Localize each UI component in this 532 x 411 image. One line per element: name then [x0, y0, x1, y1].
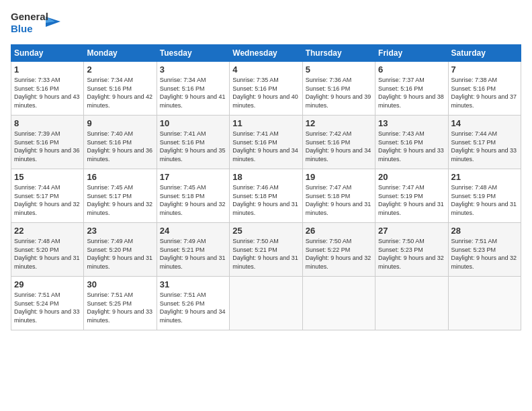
- day-info: Sunrise: 7:42 AMSunset: 5:16 PMDaylight:…: [306, 130, 371, 163]
- day-info: Sunrise: 7:48 AMSunset: 5:20 PMDaylight:…: [14, 238, 80, 270]
- logo: General Blue: [11, 11, 60, 38]
- day-info: Sunrise: 7:49 AMSunset: 5:20 PMDaylight:…: [87, 238, 152, 270]
- day-number: 26: [306, 226, 372, 236]
- day-number: 2: [87, 64, 153, 75]
- day-number: 10: [160, 118, 226, 128]
- day-number: 3: [160, 64, 226, 75]
- calendar-cell: 17Sunrise: 7:45 AMSunset: 5:18 PMDayligh…: [157, 169, 229, 223]
- calendar-cell: 9Sunrise: 7:40 AMSunset: 5:16 PMDaylight…: [84, 116, 157, 169]
- calendar-cell: 5Sunrise: 7:36 AMSunset: 5:16 PMDaylight…: [302, 62, 375, 116]
- day-info: Sunrise: 7:51 AMSunset: 5:26 PMDaylight:…: [160, 291, 226, 324]
- day-number: 1: [14, 64, 81, 75]
- day-number: 19: [306, 172, 372, 182]
- day-info: Sunrise: 7:37 AMSunset: 5:16 PMDaylight:…: [378, 77, 444, 109]
- day-number: 16: [87, 172, 153, 182]
- calendar-cell: 19Sunrise: 7:47 AMSunset: 5:18 PMDayligh…: [302, 169, 375, 223]
- day-info: Sunrise: 7:36 AMSunset: 5:16 PMDaylight:…: [306, 77, 371, 109]
- calendar-week-4: 22Sunrise: 7:48 AMSunset: 5:20 PMDayligh…: [11, 223, 521, 277]
- calendar-cell: 16Sunrise: 7:45 AMSunset: 5:17 PMDayligh…: [84, 169, 157, 223]
- day-number: 12: [306, 118, 372, 128]
- calendar-cell: [302, 277, 375, 330]
- day-info: Sunrise: 7:47 AMSunset: 5:18 PMDaylight:…: [306, 184, 371, 216]
- calendar-cell: 2Sunrise: 7:34 AMSunset: 5:16 PMDaylight…: [84, 62, 157, 116]
- day-info: Sunrise: 7:50 AMSunset: 5:23 PMDaylight:…: [378, 238, 444, 270]
- day-number: 6: [378, 64, 445, 75]
- day-info: Sunrise: 7:41 AMSunset: 5:16 PMDaylight:…: [232, 130, 298, 163]
- calendar-cell: 20Sunrise: 7:47 AMSunset: 5:19 PMDayligh…: [375, 169, 448, 223]
- calendar-week-1: 1Sunrise: 7:33 AMSunset: 5:16 PMDaylight…: [11, 62, 521, 116]
- day-number: 25: [232, 226, 299, 236]
- weekday-header-wednesday: Wednesday: [230, 45, 302, 62]
- day-info: Sunrise: 7:43 AMSunset: 5:16 PMDaylight:…: [378, 130, 444, 163]
- calendar-cell: 7Sunrise: 7:38 AMSunset: 5:16 PMDaylight…: [448, 62, 521, 116]
- day-number: 17: [160, 172, 226, 182]
- calendar-week-5: 29Sunrise: 7:51 AMSunset: 5:24 PMDayligh…: [11, 277, 521, 330]
- day-info: Sunrise: 7:48 AMSunset: 5:19 PMDaylight:…: [451, 184, 517, 216]
- day-info: Sunrise: 7:45 AMSunset: 5:18 PMDaylight:…: [160, 184, 226, 216]
- day-number: 11: [232, 118, 299, 128]
- calendar-cell: 24Sunrise: 7:49 AMSunset: 5:21 PMDayligh…: [157, 223, 229, 277]
- day-number: 23: [87, 226, 153, 236]
- day-info: Sunrise: 7:50 AMSunset: 5:22 PMDaylight:…: [306, 238, 371, 270]
- calendar-cell: [448, 277, 521, 330]
- day-number: 21: [451, 172, 518, 182]
- weekday-header-thursday: Thursday: [302, 45, 375, 62]
- calendar-cell: [230, 277, 302, 330]
- day-number: 29: [14, 279, 81, 289]
- day-number: 24: [160, 226, 226, 236]
- day-number: 13: [378, 118, 445, 128]
- calendar-week-3: 15Sunrise: 7:44 AMSunset: 5:17 PMDayligh…: [11, 169, 521, 223]
- calendar-cell: 4Sunrise: 7:35 AMSunset: 5:16 PMDaylight…: [230, 62, 302, 116]
- day-info: Sunrise: 7:50 AMSunset: 5:21 PMDaylight:…: [232, 238, 298, 270]
- logo-general: General: [11, 11, 44, 23]
- calendar-cell: 13Sunrise: 7:43 AMSunset: 5:16 PMDayligh…: [375, 116, 448, 169]
- day-info: Sunrise: 7:41 AMSunset: 5:16 PMDaylight:…: [160, 130, 226, 163]
- calendar-cell: 10Sunrise: 7:41 AMSunset: 5:16 PMDayligh…: [157, 116, 229, 169]
- day-info: Sunrise: 7:39 AMSunset: 5:16 PMDaylight:…: [14, 130, 80, 163]
- day-number: 27: [378, 226, 445, 236]
- day-info: Sunrise: 7:44 AMSunset: 5:17 PMDaylight:…: [451, 130, 517, 163]
- day-number: 7: [451, 64, 518, 75]
- day-number: 8: [14, 118, 81, 128]
- calendar-cell: 30Sunrise: 7:51 AMSunset: 5:25 PMDayligh…: [84, 277, 157, 330]
- day-info: Sunrise: 7:35 AMSunset: 5:16 PMDaylight:…: [232, 77, 298, 109]
- day-number: 15: [14, 172, 81, 182]
- day-number: 14: [451, 118, 518, 128]
- calendar-cell: 28Sunrise: 7:51 AMSunset: 5:23 PMDayligh…: [448, 223, 521, 277]
- page-header: General Blue: [11, 11, 521, 38]
- calendar-cell: 6Sunrise: 7:37 AMSunset: 5:16 PMDaylight…: [375, 62, 448, 116]
- day-number: 28: [451, 226, 518, 236]
- calendar-cell: 26Sunrise: 7:50 AMSunset: 5:22 PMDayligh…: [302, 223, 375, 277]
- day-info: Sunrise: 7:44 AMSunset: 5:17 PMDaylight:…: [14, 184, 80, 216]
- calendar-cell: 1Sunrise: 7:33 AMSunset: 5:16 PMDaylight…: [11, 62, 84, 116]
- day-number: 30: [87, 279, 153, 289]
- calendar-cell: 23Sunrise: 7:49 AMSunset: 5:20 PMDayligh…: [84, 223, 157, 277]
- day-number: 22: [14, 226, 81, 236]
- calendar-week-2: 8Sunrise: 7:39 AMSunset: 5:16 PMDaylight…: [11, 116, 521, 169]
- day-info: Sunrise: 7:45 AMSunset: 5:17 PMDaylight:…: [87, 184, 152, 216]
- calendar-header-row: SundayMondayTuesdayWednesdayThursdayFrid…: [11, 45, 521, 62]
- day-number: 20: [378, 172, 445, 182]
- weekday-header-monday: Monday: [84, 45, 157, 62]
- day-info: Sunrise: 7:46 AMSunset: 5:18 PMDaylight:…: [232, 184, 298, 216]
- calendar-cell: 27Sunrise: 7:50 AMSunset: 5:23 PMDayligh…: [375, 223, 448, 277]
- weekday-header-friday: Friday: [375, 45, 448, 62]
- calendar-cell: 11Sunrise: 7:41 AMSunset: 5:16 PMDayligh…: [230, 116, 302, 169]
- calendar-cell: 8Sunrise: 7:39 AMSunset: 5:16 PMDaylight…: [11, 116, 84, 169]
- day-info: Sunrise: 7:33 AMSunset: 5:16 PMDaylight:…: [14, 77, 80, 109]
- calendar-cell: 21Sunrise: 7:48 AMSunset: 5:19 PMDayligh…: [448, 169, 521, 223]
- calendar-cell: 22Sunrise: 7:48 AMSunset: 5:20 PMDayligh…: [11, 223, 84, 277]
- weekday-header-tuesday: Tuesday: [157, 45, 229, 62]
- day-info: Sunrise: 7:40 AMSunset: 5:16 PMDaylight:…: [87, 130, 152, 163]
- weekday-header-saturday: Saturday: [448, 45, 521, 62]
- calendar-table: SundayMondayTuesdayWednesdayThursdayFrid…: [11, 44, 521, 330]
- calendar-cell: 29Sunrise: 7:51 AMSunset: 5:24 PMDayligh…: [11, 277, 84, 330]
- calendar-cell: 18Sunrise: 7:46 AMSunset: 5:18 PMDayligh…: [230, 169, 302, 223]
- day-number: 31: [160, 279, 226, 289]
- calendar-cell: 15Sunrise: 7:44 AMSunset: 5:17 PMDayligh…: [11, 169, 84, 223]
- calendar-cell: 14Sunrise: 7:44 AMSunset: 5:17 PMDayligh…: [448, 116, 521, 169]
- weekday-header-sunday: Sunday: [11, 45, 84, 62]
- day-info: Sunrise: 7:47 AMSunset: 5:19 PMDaylight:…: [378, 184, 444, 216]
- day-info: Sunrise: 7:49 AMSunset: 5:21 PMDaylight:…: [160, 238, 226, 270]
- calendar-cell: 12Sunrise: 7:42 AMSunset: 5:16 PMDayligh…: [302, 116, 375, 169]
